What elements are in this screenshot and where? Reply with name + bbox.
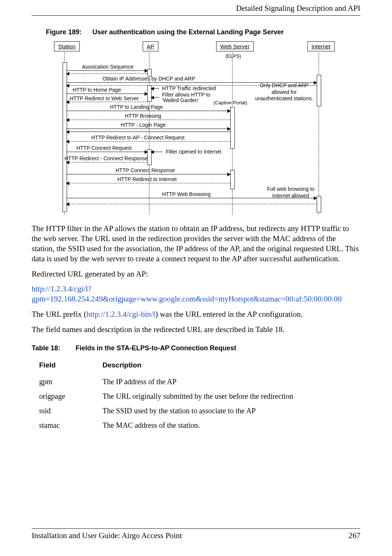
paragraph-4: The field names and description in the r…	[32, 325, 360, 335]
arrow-note-3	[151, 152, 163, 152]
msg-filter-open: Filter opened to Internet	[166, 149, 221, 155]
msg-http-redir-ap: HTTP Redirect to AP - Connect Request	[91, 135, 184, 140]
cell-field: stamac	[39, 418, 102, 433]
figure-title: User authentication using the External L…	[92, 28, 284, 36]
actor-web-server: Web Server	[216, 41, 254, 51]
msg-assoc: Assoication Sequence	[82, 64, 134, 70]
cell-field: ssid	[39, 404, 102, 418]
footer-page-number: 267	[349, 531, 361, 540]
table-header-row: Field Description	[39, 359, 368, 375]
msg-http-redir-web: HTTP Redirect to Web Server	[70, 95, 139, 101]
captive-label: (Captive Portal)	[214, 100, 247, 105]
paragraph-3: The URL prefix (http://1.2.3.4/cgi-bin/l…	[32, 309, 360, 319]
table-row: stamac The MAC address of the station.	[39, 418, 368, 433]
arrow-note-1	[151, 88, 159, 89]
paragraph-2: Redirected URL generated by an AP:	[32, 269, 360, 279]
p3-post: ) was the URL entered in the AP configur…	[155, 310, 303, 319]
table-row: ssid The SSID used by the station to ass…	[39, 404, 368, 418]
table-label: Table 18:	[32, 344, 60, 352]
arrow-web-browse-l	[66, 204, 317, 204]
msg-http-redirected: HTTP Traffic redirected	[162, 85, 216, 91]
msg-dhcp: Obtain IP Addresses by DHCP and ARP	[102, 76, 195, 82]
msg-http-redir-int: HTTP Redirect to Internet	[117, 176, 177, 182]
sequence-diagram: Station AP Web Server Internet (ELPS) As…	[47, 41, 348, 215]
cell-desc: The URL originally submitted by the user…	[102, 389, 368, 404]
arrow-redir-ap	[66, 141, 230, 142]
msg-filter-walled: Filter allows HTTP to'Walled Garden'	[162, 92, 211, 104]
msg-http-conn-resp: HTTP Connect Response	[116, 167, 175, 173]
table-caption: Table 18: Fields in the STA-ELPS-to-AP C…	[32, 344, 360, 352]
cell-desc: The SSID used by the station to associat…	[102, 404, 368, 418]
fields-table: Field Description gpm The IP address of …	[39, 359, 368, 433]
arrow-note-2	[151, 97, 159, 98]
footer-doc-title: Installation and User Guide: Airgo Acces…	[32, 531, 182, 540]
msg-http-login: HTTP - Login Page	[121, 122, 166, 128]
arrow-login-r	[66, 129, 230, 129]
arrow-redir-web	[66, 102, 148, 102]
redirected-url: http://1.2.3.4/cgi/l?gpm=192.168.254.249…	[32, 284, 360, 304]
url-link[interactable]: http://1.2.3.4/cgi/l?gpm=192.168.254.249…	[32, 284, 342, 303]
activation-int-1	[317, 75, 321, 106]
page-footer: Installation and User Guide: Airgo Acces…	[32, 528, 360, 540]
elps-label: (ELPS)	[225, 53, 241, 59]
th-desc: Description	[102, 359, 368, 375]
running-header: Detailed Signaling Description and API	[32, 4, 360, 15]
table-row: origpage The URL originally submitted by…	[39, 389, 368, 404]
arrow-conn-req	[66, 152, 148, 152]
paragraph-1: The HTTP filter in the AP allows the sta…	[32, 224, 360, 264]
msg-http-web-browse: HTTP Web Browsing	[162, 191, 211, 197]
section-title: Detailed Signaling Description and API	[236, 4, 360, 13]
footer-rule	[32, 528, 360, 529]
actor-station: Station	[54, 41, 80, 51]
note-full-browse: Full web browsing to Internet allowed	[263, 186, 319, 199]
msg-http-home: HTTP to Home Page	[73, 87, 121, 93]
figure-caption: Figure 189: User authentication using th…	[46, 28, 360, 36]
cell-desc: The IP address of the AP	[102, 375, 368, 389]
arrow-login-l	[66, 132, 230, 132]
arrow-conn-resp	[66, 174, 230, 174]
actor-internet: Internet	[307, 41, 335, 51]
p3-pre: The URL prefix (	[32, 310, 86, 319]
cell-field: origpage	[39, 389, 102, 404]
actor-ap: AP	[143, 41, 158, 51]
cell-desc: The MAC address of the station.	[102, 418, 368, 433]
msg-http-landing: HTTP to Landing Page	[110, 104, 163, 110]
figure-label: Figure 189:	[46, 28, 82, 36]
arrow-browsing	[66, 120, 230, 120]
arrow-redir-resp	[66, 162, 148, 162]
activation-web-2	[230, 170, 235, 189]
activation-web-1	[230, 107, 235, 149]
msg-http-browsing: HTTP Browsing	[125, 113, 161, 119]
arrow-assoc-r	[66, 70, 148, 71]
th-field: Field	[39, 359, 102, 375]
note-only-dhcp: Only DHCP and ARP allowed for unauthenti…	[253, 82, 315, 102]
arrow-landing	[66, 111, 230, 111]
table-title: Fields in the STA-ELPS-to-AP Connection …	[76, 344, 236, 352]
header-rule	[32, 15, 360, 16]
table-row: gpm The IP address of the AP	[39, 375, 368, 389]
msg-http-conn-req: HTTP Connect Request	[76, 145, 132, 151]
msg-http-redir-resp: HTTP Redirect - Connect Response	[64, 155, 148, 161]
cell-field: gpm	[39, 375, 102, 389]
url-prefix-link[interactable]: http://1.2.3.4/cgi-bin/l	[86, 310, 155, 319]
arrow-redir-int	[66, 183, 230, 183]
arrow-assoc-l	[66, 73, 148, 74]
arrow-http-home	[66, 94, 148, 94]
